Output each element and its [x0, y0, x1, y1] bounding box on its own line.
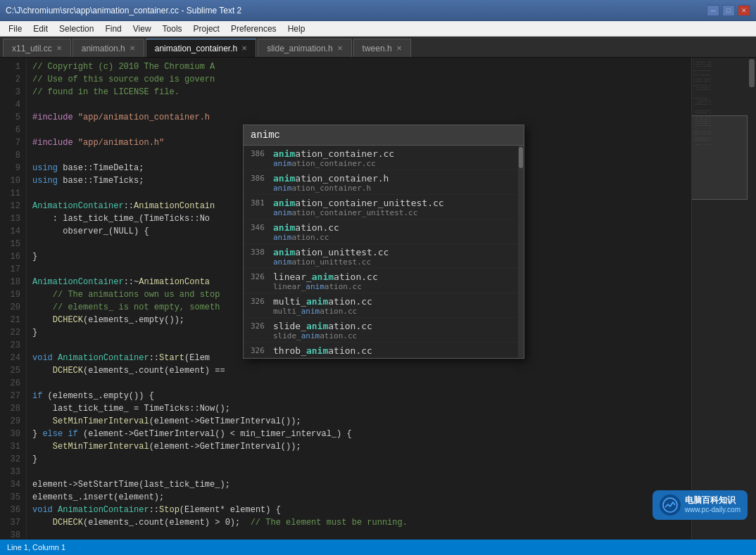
watermark-icon [660, 495, 681, 516]
menu-file[interactable]: File [3, 23, 27, 35]
tab-bar: x11_util.cc ✕ animation.h ✕ animation_co… [0, 37, 756, 58]
menu-selection[interactable]: Selection [53, 23, 99, 35]
menu-edit[interactable]: Edit [27, 23, 53, 35]
ac-item-4[interactable]: 346 animation.cc animation.cc [244, 219, 518, 244]
tab-close-x11[interactable]: ✕ [56, 44, 62, 52]
tab-close-slide-animation[interactable]: ✕ [337, 44, 343, 52]
ac-item-7[interactable]: 326 multi_animation.cc multi_animation.c… [244, 293, 518, 318]
scrollbar[interactable] [748, 58, 756, 540]
ac-item-8[interactable]: 326 slide_animation.cc slide_animation.c… [244, 318, 518, 343]
menu-find[interactable]: Find [99, 23, 127, 35]
ac-scroll-thumb[interactable] [519, 147, 523, 168]
title-bar: C:\J\chromium\src\app\animation_containe… [0, 0, 756, 21]
line-numbers: 12345 678910 1112131415 1617181920 21222… [0, 58, 27, 540]
tab-animation-h[interactable]: animation.h ✕ [73, 39, 144, 57]
tab-close-animation-container-h[interactable]: ✕ [241, 44, 247, 52]
menu-preferences[interactable]: Preferences [225, 23, 282, 35]
autocomplete-dropdown: 386 animation_container.cc animation_con… [243, 125, 524, 359]
status-bar: Line 1, Column 1 [0, 540, 756, 555]
watermark: 电脑百科知识 www.pc-daily.com [653, 490, 748, 520]
minimap-viewport[interactable] [691, 115, 748, 200]
ac-item-3[interactable]: 381 animation_container_unittest.cc anim… [244, 195, 518, 219]
watermark-text: 电脑百科知识 www.pc-daily.com [685, 495, 741, 515]
menu-tools[interactable]: Tools [157, 23, 188, 35]
tab-close-animation-h[interactable]: ✕ [130, 44, 135, 52]
scroll-thumb[interactable] [749, 59, 755, 87]
window-controls: ─ □ ✕ [707, 5, 750, 16]
tab-close-tween[interactable]: ✕ [396, 44, 402, 52]
tab-animation-container-h[interactable]: animation_container.h ✕ [146, 39, 256, 57]
tab-x11-util[interactable]: x11_util.cc ✕ [3, 39, 71, 57]
close-button[interactable]: ✕ [738, 5, 750, 16]
autocomplete-list: 386 animation_container.cc animation_con… [244, 146, 518, 358]
menu-help[interactable]: Help [282, 23, 311, 35]
minimap: // Copyright (c) 2010 // Use of this sou… [691, 58, 748, 540]
tab-tween-h[interactable]: tween.h ✕ [353, 39, 411, 57]
menu-project[interactable]: Project [188, 23, 225, 35]
minimize-button[interactable]: ─ [707, 5, 719, 16]
ac-item-5[interactable]: 338 animation_unittest.cc animation_unit… [244, 244, 518, 269]
ac-item-9[interactable]: 326 throb_animation.cc [244, 343, 518, 358]
editor-area: 12345 678910 1112131415 1617181920 21222… [0, 58, 756, 540]
autocomplete-input[interactable] [244, 125, 524, 146]
ac-item-2[interactable]: 386 animation_container.h animation_cont… [244, 170, 518, 195]
ac-item-1[interactable]: 386 animation_container.cc animation_con… [244, 146, 518, 170]
menu-bar: File Edit Selection Find View Tools Proj… [0, 21, 756, 37]
maximize-button[interactable]: □ [722, 5, 735, 16]
status-text: Line 1, Column 1 [7, 543, 65, 551]
ac-item-6[interactable]: 326 linear_animation.cc linear_animation… [244, 269, 518, 293]
ac-scrollbar[interactable] [518, 146, 524, 358]
title-text: C:\J\chromium\src\app\animation_containe… [6, 6, 241, 15]
tab-slide-animation-h[interactable]: slide_animation.h ✕ [258, 39, 351, 57]
menu-view[interactable]: View [127, 23, 157, 35]
